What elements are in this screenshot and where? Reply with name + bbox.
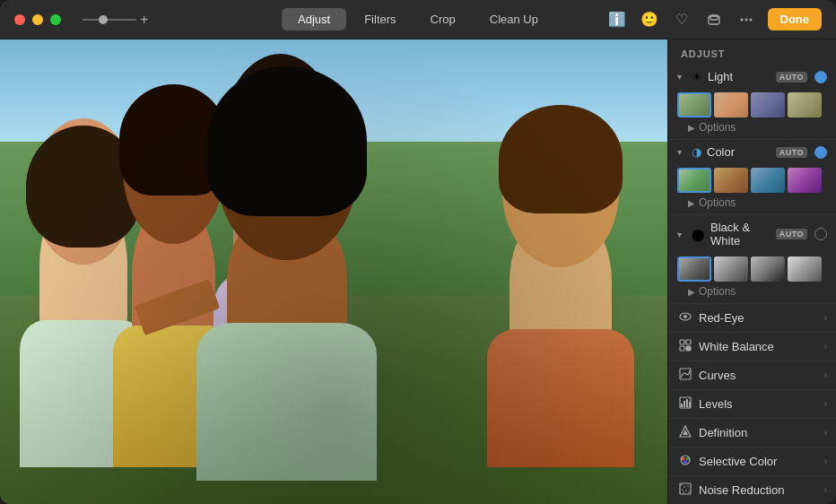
tab-adjust[interactable]: Adjust xyxy=(282,8,346,30)
list-item-noise-reduction[interactable]: Noise Reduction › xyxy=(668,476,836,504)
svg-point-23 xyxy=(684,486,685,488)
color-toggle[interactable] xyxy=(814,146,827,159)
bw-chevron-icon: ▾ xyxy=(677,230,688,239)
svg-point-2 xyxy=(740,18,743,21)
light-toggle[interactable] xyxy=(814,71,827,83)
zoom-plus-icon[interactable]: + xyxy=(140,12,148,28)
definition-label: Definition xyxy=(699,426,819,439)
list-item-selective-color[interactable]: Selective Color › xyxy=(668,448,836,476)
heart-icon[interactable]: ♡ xyxy=(671,9,692,30)
section-color-header[interactable]: ▾ ◑ Color AUTO xyxy=(668,140,836,164)
emoji-icon[interactable]: 🙂 xyxy=(639,9,660,30)
tab-cleanup[interactable]: Clean Up xyxy=(474,8,554,30)
svg-rect-8 xyxy=(686,340,691,344)
photo-area xyxy=(0,39,667,504)
bw-thumb-3[interactable] xyxy=(751,256,785,282)
definition-icon xyxy=(677,425,693,440)
bw-options-row[interactable]: ▶ Options xyxy=(668,283,836,303)
svg-point-18 xyxy=(682,457,685,461)
color-options-chevron-icon: ▶ xyxy=(688,198,695,208)
list-item-levels[interactable]: Levels › xyxy=(668,390,836,419)
list-item-definition[interactable]: Definition › xyxy=(668,419,836,448)
white-balance-label: White Balance xyxy=(699,340,819,353)
bw-label: Black & White xyxy=(710,221,772,248)
svg-point-20 xyxy=(684,460,687,464)
svg-rect-10 xyxy=(686,346,691,351)
tab-filters[interactable]: Filters xyxy=(348,8,412,30)
white-balance-chevron-icon: › xyxy=(824,342,827,352)
levels-icon xyxy=(677,396,693,412)
adjust-title: ADJUST xyxy=(668,39,836,65)
main-content: ADJUST ▾ ☀ Light AUTO ▶ Options xyxy=(0,39,836,504)
light-thumb-3[interactable] xyxy=(751,92,785,117)
section-color: ▾ ◑ Color AUTO ▶ Options xyxy=(668,140,836,215)
svg-point-6 xyxy=(684,315,687,318)
color-thumb-2[interactable] xyxy=(714,168,748,193)
color-thumb-1[interactable] xyxy=(677,168,711,193)
svg-rect-13 xyxy=(681,404,683,407)
svg-point-24 xyxy=(687,485,689,487)
photo-image xyxy=(0,39,667,504)
svg-point-4 xyxy=(749,18,752,21)
light-label: Light xyxy=(708,70,772,83)
minimize-button[interactable] xyxy=(32,14,43,25)
color-thumbnail-strip xyxy=(668,164,836,195)
light-options-label: Options xyxy=(699,121,736,134)
section-light-header[interactable]: ▾ ☀ Light AUTO xyxy=(668,65,836,89)
maximize-button[interactable] xyxy=(50,14,61,25)
selective-color-icon xyxy=(677,454,693,469)
light-thumb-2[interactable] xyxy=(714,92,748,117)
bw-circle-icon: ⬤ xyxy=(692,228,705,241)
color-auto-badge[interactable]: AUTO xyxy=(776,147,807,158)
selective-color-chevron-icon: › xyxy=(824,456,827,466)
color-options-row[interactable]: ▶ Options xyxy=(668,195,836,214)
bw-thumbnail-strip xyxy=(668,253,836,283)
info-icon[interactable]: ℹ️ xyxy=(606,9,628,30)
title-right-buttons: ℹ️ 🙂 ♡ Done xyxy=(606,8,823,30)
svg-rect-9 xyxy=(680,346,684,351)
light-thumb-4[interactable] xyxy=(788,92,822,117)
bw-thumb-4[interactable] xyxy=(788,256,822,282)
bw-options-label: Options xyxy=(699,285,736,298)
light-chevron-icon: ▾ xyxy=(677,72,688,82)
bw-thumb-2[interactable] xyxy=(714,256,748,282)
noise-reduction-chevron-icon: › xyxy=(824,485,827,495)
close-button[interactable] xyxy=(14,14,25,25)
titlebar: + Adjust Filters Crop Clean Up ℹ️ 🙂 ♡ Do… xyxy=(0,0,836,39)
color-chevron-icon: ▾ xyxy=(677,147,688,157)
tab-crop[interactable]: Crop xyxy=(414,8,472,30)
nav-tabs: Adjust Filters Crop Clean Up xyxy=(282,8,554,30)
curves-icon xyxy=(677,368,693,383)
section-bw-header[interactable]: ▾ ⬤ Black & White AUTO xyxy=(668,215,836,253)
svg-point-28 xyxy=(683,491,684,493)
done-button[interactable]: Done xyxy=(768,8,823,30)
more-icon[interactable] xyxy=(736,9,757,30)
section-light: ▾ ☀ Light AUTO ▶ Options xyxy=(668,65,836,140)
red-eye-label: Red-Eye xyxy=(699,311,819,325)
definition-chevron-icon: › xyxy=(824,428,827,438)
color-options-label: Options xyxy=(699,196,736,209)
share-icon[interactable] xyxy=(703,9,725,30)
noise-reduction-label: Noise Reduction xyxy=(699,483,819,497)
light-sun-icon: ☀ xyxy=(692,70,702,83)
svg-point-27 xyxy=(688,491,690,493)
light-auto-badge[interactable]: AUTO xyxy=(776,72,807,83)
svg-point-26 xyxy=(685,490,687,491)
light-thumb-1[interactable] xyxy=(677,92,711,117)
bw-toggle[interactable] xyxy=(814,228,827,240)
color-thumb-4[interactable] xyxy=(788,168,822,193)
color-thumb-3[interactable] xyxy=(751,168,785,193)
color-circle-icon: ◑ xyxy=(692,145,701,159)
svg-point-3 xyxy=(745,18,747,21)
list-item-red-eye[interactable]: Red-Eye › xyxy=(668,304,836,333)
list-item-white-balance[interactable]: White Balance › xyxy=(668,333,836,361)
zoom-slider[interactable]: + xyxy=(83,12,148,28)
levels-label: Levels xyxy=(699,397,819,411)
list-item-curves[interactable]: Curves › xyxy=(668,361,836,390)
light-options-row[interactable]: ▶ Options xyxy=(668,119,836,139)
bw-thumb-1[interactable] xyxy=(677,256,711,282)
bw-options-chevron-icon: ▶ xyxy=(688,287,695,297)
bw-auto-badge[interactable]: AUTO xyxy=(776,229,807,239)
svg-rect-14 xyxy=(684,401,685,407)
red-eye-icon xyxy=(677,310,693,326)
